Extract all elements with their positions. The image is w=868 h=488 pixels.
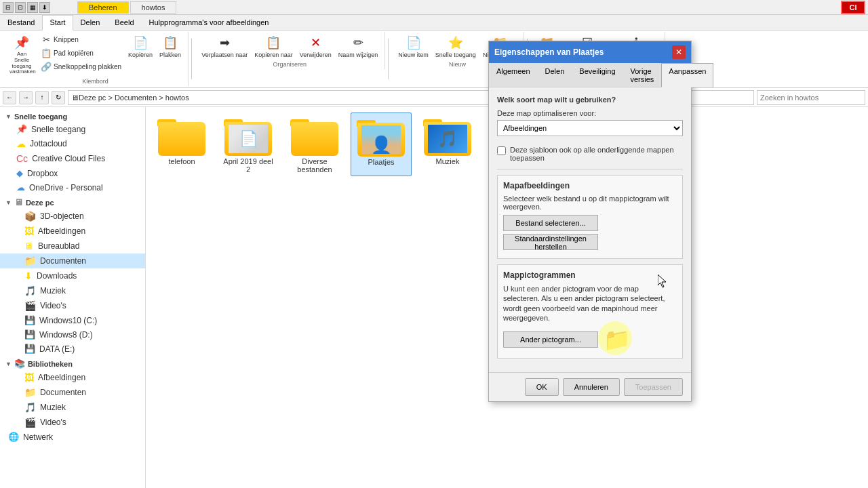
downloads-icon: ⬇ (24, 270, 33, 281)
file-item-diverse[interactable]: Diverse bestanden (284, 113, 345, 176)
videos-label: Video's (40, 301, 66, 310)
file-item-telefoon[interactable]: telefoon (151, 113, 212, 176)
dialog-close-button[interactable]: ✕ (672, 45, 686, 59)
tab-start[interactable]: Start (42, 15, 73, 30)
tab-hulp[interactable]: Hulpprogramma's voor afbeeldingen (142, 15, 277, 30)
main-area: ▼ Snelle toegang 📌 Snelle toegang ☁ Jott… (0, 107, 868, 488)
standaard-herstellen-button[interactable]: Standaardinstellingen herstellen (503, 234, 598, 250)
lib-music-icon: 🎵 (24, 402, 36, 413)
dialog-tab-algemeen[interactable]: Algemeen (489, 63, 538, 87)
pad-kopieren-button[interactable]: 📋 Pad kopiëren (38, 47, 124, 59)
plakken-button[interactable]: 📋 Plakken (157, 33, 184, 60)
naam-wijzigen-button[interactable]: ✏ Naam wijzigen (336, 33, 381, 60)
sidebar-item-creative-cloud[interactable]: Cc Creative Cloud Files (0, 151, 145, 166)
sidebar-item-d-drive[interactable]: 💾 Windows8 (D:) (0, 327, 145, 342)
bureaublad-label: Bureaublad (38, 241, 79, 251)
kopieren-button[interactable]: 📄 Kopiëren (125, 33, 155, 60)
muziek-label: Muziek (40, 286, 66, 296)
dialog-tab-vorige-versies[interactable]: Vorige versies (623, 63, 662, 87)
e-drive-icon: 💾 (24, 344, 35, 354)
jottacloud-icon: ☁ (16, 138, 26, 149)
nieuw-item-button[interactable]: 📄 Nieuw item (395, 33, 431, 60)
tab-bestand[interactable]: Bestand (0, 15, 42, 30)
paste-icon: 📋 (162, 35, 178, 51)
quick-access-header[interactable]: ▼ Snelle toegang (0, 110, 145, 122)
sidebar-item-snelle-toegang[interactable]: 📌 Snelle toegang (0, 122, 145, 136)
telefoon-label: telefoon (168, 157, 195, 165)
copy-path-icon: 📋 (41, 47, 52, 58)
file-item-april[interactable]: 📄 April 2019 deel 2 (218, 113, 279, 176)
sidebar-item-3d[interactable]: 📦 3D-objecten (0, 209, 145, 224)
kopieren-naar-button[interactable]: 📋 Kopiëren naar (252, 33, 296, 60)
folder-base-4: 👤 (357, 123, 405, 157)
dropbox-icon: ◆ (16, 168, 23, 178)
libraries-header[interactable]: ▼ 📚 Bibliotheken (0, 356, 145, 370)
klembord-label: Klembord (82, 77, 108, 85)
folder-base-2: 📄 (224, 122, 272, 156)
tab-beheren[interactable]: Beheren (77, 1, 129, 14)
jottacloud-label: Jottacloud (30, 139, 67, 148)
properties-dialog[interactable]: Eigenschappen van Plaatjes ✕ Algemeen De… (488, 41, 692, 402)
sidebar: ▼ Snelle toegang 📌 Snelle toegang ☁ Jott… (0, 107, 146, 488)
ander-pictogram-button[interactable]: Ander pictogram... (503, 331, 598, 348)
sidebar-item-e-drive[interactable]: 💾 DATA (E:) (0, 342, 145, 356)
sidebar-item-jottacloud[interactable]: ☁ Jottacloud (0, 136, 145, 151)
file-item-muziek[interactable]: 🎵 Muziek (417, 113, 478, 176)
refresh-button[interactable]: ↻ (52, 91, 65, 104)
dialog-tab-beveiliging[interactable]: Beveiliging (572, 63, 623, 87)
window-icon-3[interactable]: ▦ (27, 2, 38, 13)
verwijderen-button[interactable]: ✕ Verwijderen (297, 33, 334, 60)
annuleren-button[interactable]: Annuleren (563, 378, 620, 396)
tab-delen[interactable]: Delen (73, 15, 108, 30)
sjabloon-checkbox[interactable] (497, 146, 506, 155)
sidebar-item-lib-afbeeldingen[interactable]: 🖼 Afbeeldingen (0, 370, 145, 385)
3d-label: 3D-objecten (40, 211, 84, 221)
sidebar-item-c-drive[interactable]: 💾 Windows10 (C:) (0, 313, 145, 327)
sidebar-item-onedrive[interactable]: ☁ OneDrive - Personal (0, 180, 145, 195)
dialog-body: Welk soort map wilt u gebruiken? Deze ma… (489, 87, 691, 372)
mapafbeeldingen-section: Mapafbeeldingen Selecteer welk bestand u… (497, 175, 683, 259)
window-icon-1[interactable]: ⊟ (3, 2, 14, 13)
snelle-toegang-button[interactable]: ⭐ Snelle toegang (433, 33, 479, 60)
tab-howtos[interactable]: howtos (130, 1, 177, 14)
dialog-tabs: Algemeen Delen Beveiliging Vorige versie… (489, 63, 691, 87)
knippen-button[interactable]: ✂ Knippen (38, 33, 124, 45)
optimize-select[interactable]: AlgemeenDocumentenMuziekAfbeeldingenVide… (497, 120, 683, 136)
ci-badge: CI (841, 1, 865, 14)
verplaatsen-button[interactable]: ➡ Verplaatsen naar (199, 33, 250, 60)
sidebar-item-dropbox[interactable]: ◆ Dropbox (0, 166, 145, 180)
sidebar-item-bureaublad[interactable]: 🖥 Bureaublad (0, 239, 145, 253)
sidebar-item-lib-documenten[interactable]: 📁 Documenten (0, 385, 145, 400)
forward-button[interactable]: → (19, 91, 33, 104)
toepassen-button[interactable]: Toepassen (624, 378, 683, 396)
tab-beeld[interactable]: Beeld (107, 15, 141, 30)
quick-access-icon[interactable]: ⬇ (39, 2, 50, 13)
ribbon-group-organiseren: ➡ Verplaatsen naar 📋 Kopiëren naar ✕ Ver… (195, 32, 385, 69)
sidebar-item-videos[interactable]: 🎬 Video's (0, 298, 145, 313)
dialog-titlebar: Eigenschappen van Plaatjes ✕ (489, 41, 691, 63)
plaatjes-label: Plaatjes (368, 158, 394, 166)
this-pc-header[interactable]: ▼ 🖥 Deze pc (0, 195, 145, 209)
sidebar-item-lib-videos[interactable]: 🎬 Video's (0, 415, 145, 430)
mappictogrammen-title: Mappictogrammen (503, 270, 677, 280)
sidebar-item-documenten[interactable]: 📁 Documenten (0, 253, 145, 268)
search-input[interactable] (757, 90, 865, 105)
sidebar-item-muziek[interactable]: 🎵 Muziek (0, 283, 145, 298)
sidebar-item-netwerk[interactable]: 🌐 Netwerk (0, 430, 145, 444)
file-item-plaatjes[interactable]: 👤 Plaatjes (351, 113, 412, 176)
vastmaken-button[interactable]: 📌 Aan Snelle toegang vastmaken (7, 33, 37, 77)
dialog-tab-delen[interactable]: Delen (538, 63, 572, 87)
d-drive-icon: 💾 (24, 329, 35, 340)
window-icon-2[interactable]: ⊡ (15, 2, 26, 13)
bestand-selecteren-button[interactable]: Bestand selecteren... (503, 215, 598, 231)
up-button[interactable]: ↑ (35, 91, 49, 104)
dialog-tab-aanpassen[interactable]: Aanpassen (661, 63, 713, 87)
sidebar-item-afbeeldingen[interactable]: 🖼 Afbeeldingen (0, 224, 145, 239)
sidebar-item-downloads[interactable]: ⬇ Downloads (0, 268, 145, 283)
optimize-label: Deze map optimaliseren voor: (497, 109, 683, 117)
snelle-toegang-label: Snelle toegang (31, 125, 85, 134)
snelkoppeling-button[interactable]: 🔗 Snelkoppeling plakken (38, 60, 124, 73)
back-button[interactable]: ← (3, 91, 16, 104)
sidebar-item-lib-muziek[interactable]: 🎵 Muziek (0, 400, 145, 415)
ok-button[interactable]: OK (525, 378, 559, 396)
